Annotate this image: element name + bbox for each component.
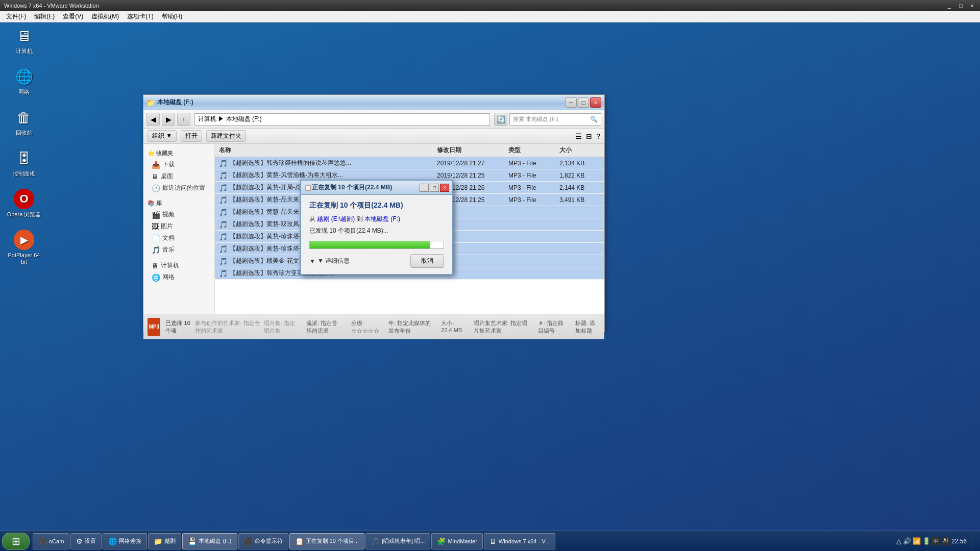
dialog-maximize[interactable]: □ — [430, 184, 439, 192]
forward-button[interactable]: ▶ — [162, 113, 175, 126]
close-button[interactable]: × — [590, 97, 601, 108]
dialog-progress-text: 已发现 10 个项目(22.4 MB)... — [309, 226, 444, 236]
win7vm-label: Windows 7 x64 - V... — [499, 538, 550, 544]
network-icon2: 🌐 — [108, 537, 117, 545]
vmware-maximize[interactable]: □ — [957, 3, 965, 9]
opera-icon: O — [14, 189, 34, 209]
yuejiu-label: 越剧 — [164, 537, 176, 545]
search-bar[interactable]: 搜索 本地磁盘 (F:) 🔍 — [509, 113, 601, 126]
show-desktop[interactable] — [971, 534, 974, 549]
sidebar-computer: 🖥 计算机 🌐 网络 — [143, 260, 214, 283]
sidebar-item-download[interactable]: 📥 下载 — [143, 159, 214, 170]
taskbar-btn-singclub[interactable]: 🎵 [唱戏机老年] 唱... — [365, 533, 430, 549]
status-selected: 已选择 10 个项 — [165, 319, 192, 335]
sidebar-item-network[interactable]: 🌐 网络 — [143, 271, 214, 283]
sidebar-item-desktop[interactable]: 🖥 桌面 — [143, 170, 214, 182]
minimize-button[interactable]: ─ — [566, 97, 577, 108]
tray-battery: 🔋 — [922, 537, 930, 545]
taskbar-btn-network[interactable]: 🌐 网络连接 — [103, 533, 147, 549]
potplayer-icon: ▶ — [14, 230, 34, 250]
table-row[interactable]: 🎵【越剧选段】韩秀珍裘桂根的传说琴声悠悠... 2019/12/28 21:27… — [215, 157, 604, 169]
sidebar-item-video[interactable]: 🎬 视频 — [143, 209, 214, 220]
col-date[interactable]: 修改日期 — [437, 146, 508, 155]
organize-button[interactable]: 组织 ▼ — [148, 130, 177, 142]
network-icon: 🌐 — [14, 66, 34, 87]
taskbar-btn-mindmaster[interactable]: 🧩 MindMaster — [431, 533, 482, 549]
col-name[interactable]: 名称 — [219, 146, 437, 155]
status-disc: 唱片集艺术家: 指定唱片集艺术家 — [474, 319, 530, 335]
status-album: 唱片集: 指定唱片集 — [264, 319, 298, 335]
sidebar-item-recent[interactable]: 🕐 最近访问的位置 — [143, 182, 214, 194]
new-folder-button[interactable]: 新建文件夹 — [206, 130, 246, 142]
desktop-icon-potplayer[interactable]: ▶ PotPlayer 64 bit — [6, 230, 42, 265]
menu-vm[interactable]: 虚拟机(M) — [87, 11, 123, 22]
controlpanel-icon: 🎛 — [14, 148, 34, 168]
cancel-button[interactable]: 取消 — [410, 254, 444, 268]
status-rating: 分级: ☆☆☆☆☆ — [351, 319, 380, 335]
back-button[interactable]: ◀ — [146, 113, 160, 126]
taskbar-btn-cmd[interactable]: ⬛ 命令提示符 — [238, 533, 288, 549]
vmware-close[interactable]: × — [969, 3, 976, 9]
menu-tabs[interactable]: 选项卡(T) — [123, 11, 157, 22]
progress-bar-fill — [310, 241, 430, 248]
taskbar-btn-localdisk[interactable]: 💾 本地磁盘 (F:) — [182, 533, 237, 549]
vmware-minimize[interactable]: _ — [946, 3, 953, 9]
details-toggle[interactable]: ▼ ▼ 详细信息 — [309, 257, 350, 265]
copying-label: 正在复制 10 个项目... — [306, 537, 359, 545]
up-button[interactable]: ↑ — [177, 113, 190, 126]
desktop-icon-network[interactable]: 🌐 网络 — [6, 66, 42, 95]
cmd-icon: ⬛ — [244, 537, 253, 545]
status-source: 流派: 指定音乐的流派 — [306, 319, 343, 335]
dialog-from-source: 越剧 — [317, 215, 329, 222]
dialog-main-title: 正在复制 10 个项目(22.4 MB) — [309, 201, 444, 210]
desktop-icon-recycle[interactable]: 🗑 回收站 — [6, 107, 42, 136]
taskbar-btn-ocam[interactable]: 🎥 oCam — [33, 533, 69, 549]
folder-icon: 📁 — [154, 537, 162, 545]
maximize-button[interactable]: □ — [578, 97, 589, 108]
desktop-icon-computer[interactable]: 🖥 计算机 — [6, 26, 42, 55]
dialog-minimize[interactable]: _ — [420, 184, 429, 192]
settings-icon: ⚙ — [76, 537, 83, 545]
menu-edit[interactable]: 编辑(E) — [30, 11, 59, 22]
col-size[interactable]: 大小 — [559, 146, 600, 155]
taskbar-btn-yuejiu[interactable]: 📁 越剧 — [148, 533, 181, 549]
sidebar-item-pictures[interactable]: 🖼 图片 — [143, 220, 214, 232]
status-size: 大小: 22.4 MB — [441, 319, 465, 335]
explorer-titlebar: 📁 本地磁盘 (F:) ─ □ × — [143, 95, 604, 110]
details-label: ▼ 详细信息 — [317, 257, 350, 265]
ocam-label: oCam — [49, 538, 64, 544]
taskbar: ⊞ 🎥 oCam ⚙ 设置 🌐 网络连接 📁 越剧 💾 本地磁盘 (F:) ⬛ … — [0, 531, 980, 551]
desktop-icon-opera[interactable]: O Opera 浏览器 — [6, 189, 42, 218]
explorer-toolbar2: 组织 ▼ 打开 新建文件夹 ☰ ⊟ ? — [143, 129, 604, 144]
open-button[interactable]: 打开 — [181, 130, 202, 142]
menu-view[interactable]: 查看(V) — [59, 11, 87, 22]
sidebar-item-computer[interactable]: 🖥 计算机 — [143, 260, 214, 271]
sidebar-item-music[interactable]: 🎵 音乐 — [143, 244, 214, 256]
start-button[interactable]: ⊞ — [2, 533, 30, 550]
vmware-titlebar: Windows 7 x64 - VMware Workstation _ □ × — [0, 0, 980, 11]
taskbar-btn-settings[interactable]: ⚙ 设置 — [70, 533, 102, 549]
dialog-close[interactable]: × — [440, 184, 449, 192]
taskbar-btn-copying[interactable]: 📋 正在复制 10 个项目... — [289, 533, 365, 549]
help-button[interactable]: ? — [596, 132, 600, 140]
desktop-icon-controlpanel[interactable]: 🎛 控制面板 — [6, 148, 42, 177]
menu-help[interactable]: 帮助(H) — [158, 11, 187, 22]
col-type[interactable]: 类型 — [508, 146, 559, 155]
status-extra: 流派: 指定音乐的流派 分级: ☆☆☆☆☆ 年: 指定此媒体的发布年份 大小: … — [306, 319, 600, 335]
tray-ime[interactable]: 中 — [932, 537, 940, 545]
explorer-title: 本地磁盘 (F:) — [157, 98, 566, 107]
taskbar-btn-win7vm[interactable]: 🖥 Windows 7 x64 - V... — [484, 533, 555, 549]
clock[interactable]: 22:56 — [951, 538, 967, 545]
tray-ai[interactable]: Ai — [942, 537, 949, 545]
address-bar[interactable]: 计算机 ▶ 本地磁盘 (F:) — [194, 113, 490, 126]
tray-expand[interactable]: △ — [896, 537, 901, 545]
tray-sound[interactable]: 🔊 — [903, 537, 911, 545]
media-icon: MP3 — [148, 318, 160, 336]
view-details[interactable]: ⊟ — [586, 132, 592, 140]
tray-network2[interactable]: 📶 — [913, 537, 921, 545]
desktop: 🖥 计算机 🌐 网络 🗑 回收站 🎛 控制面板 O Opera 浏览器 ▶ Po… — [0, 0, 980, 551]
refresh-button[interactable]: 🔄 — [494, 113, 507, 126]
view-toggle[interactable]: ☰ — [575, 132, 582, 140]
sidebar-item-documents[interactable]: 📄 文档 — [143, 232, 214, 244]
menu-file[interactable]: 文件(F) — [2, 11, 30, 22]
